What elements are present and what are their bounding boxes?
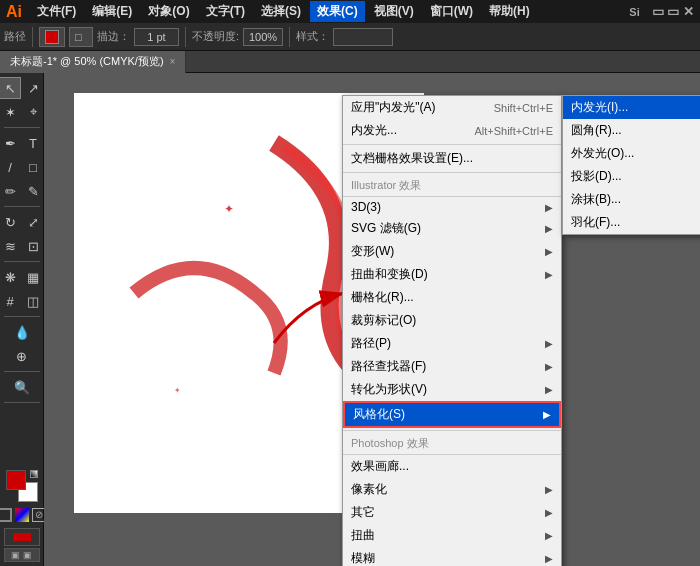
svg-text:✦: ✦	[174, 386, 181, 395]
tool-pair-magic: ✶ ⌖	[0, 101, 44, 123]
menu-scribble[interactable]: 涂抹(B)...	[563, 188, 700, 211]
menu-inner-glow-sub-label: 内发光(I)...	[571, 99, 628, 116]
menu-text[interactable]: 文字(T)	[199, 1, 252, 22]
app-logo: Ai	[6, 3, 22, 21]
menu-raster-settings[interactable]: 文档栅格效果设置(E)...	[343, 147, 561, 170]
tool-pair-select: ↖ ↗	[0, 77, 44, 99]
menu-warp[interactable]: 变形(W) ▶	[343, 240, 561, 263]
scale-tool[interactable]: ⤢	[22, 211, 44, 233]
blend-tool[interactable]: ⊕	[0, 345, 44, 367]
menu-round-corners[interactable]: 圆角(R)...	[563, 119, 700, 142]
tool-separator-6	[4, 402, 40, 403]
stroke-color-btn[interactable]	[39, 27, 65, 47]
menu-3d-arrow: ▶	[545, 202, 553, 213]
warp-tool[interactable]: ≋	[0, 235, 21, 257]
pen-tool[interactable]: ✒	[0, 132, 21, 154]
gradient-icon[interactable]	[15, 508, 29, 522]
menu-3d-label: 3D(3)	[351, 200, 381, 214]
direct-select-tool[interactable]: ↗	[22, 77, 44, 99]
gradient-tool[interactable]: ◫	[22, 290, 44, 312]
menu-pixelate-arrow: ▶	[545, 484, 553, 495]
rect-tool[interactable]: □	[22, 156, 44, 178]
toolbar-separator-1	[32, 27, 33, 47]
magic-wand-tool[interactable]: ✶	[0, 101, 21, 123]
toolbar-separator-3	[289, 27, 290, 47]
menu-feather[interactable]: 羽化(F)...	[563, 211, 700, 234]
stroke-type-btn[interactable]: □	[69, 27, 93, 47]
line-tool[interactable]: /	[0, 156, 21, 178]
menu-crop-marks[interactable]: 裁剪标记(O)	[343, 309, 561, 332]
menu-file[interactable]: 文件(F)	[30, 1, 83, 22]
select-tool[interactable]: ↖	[0, 77, 21, 99]
menu-inner-glow-sub[interactable]: 内发光(I)...	[563, 96, 700, 119]
zoom-tool[interactable]: 🔍	[0, 376, 44, 398]
mesh-tool[interactable]: #	[0, 290, 21, 312]
graph-tool[interactable]: ▦	[22, 266, 44, 288]
menu-pixelate[interactable]: 像素化 ▶	[343, 478, 561, 501]
tool-separator-5	[4, 371, 40, 372]
menu-outer-glow[interactable]: 外发光(O)...	[563, 142, 700, 165]
menu-path[interactable]: 路径(P) ▶	[343, 332, 561, 355]
menu-distort-transform-label: 扭曲和变换(D)	[351, 266, 428, 283]
rotate-tool[interactable]: ↻	[0, 211, 21, 233]
free-transform-tool[interactable]: ⊡	[22, 235, 44, 257]
default-colors-icon[interactable]	[30, 470, 38, 478]
stylize-submenu[interactable]: 内发光(I)... 圆角(R)... 外发光(O)... 投影(D)... 涂抹…	[562, 95, 700, 235]
menu-distort-transform[interactable]: 扭曲和变换(D) ▶	[343, 263, 561, 286]
menu-pathfinder-label: 路径查找器(F)	[351, 358, 426, 375]
menu-3d[interactable]: 3D(3) ▶	[343, 197, 561, 217]
menu-edit[interactable]: 编辑(E)	[85, 1, 139, 22]
menu-apply-inner-glow[interactable]: 应用"内发光"(A) Shift+Ctrl+E	[343, 96, 561, 119]
pencil-tool[interactable]: ✎	[22, 180, 44, 202]
menu-apply-inner-glow-shortcut: Shift+Ctrl+E	[494, 102, 553, 114]
none-fill-icon[interactable]	[0, 508, 12, 522]
symbol-tool[interactable]: ❋	[0, 266, 21, 288]
opacity-label: 不透明度:	[192, 29, 239, 44]
menu-drop-shadow[interactable]: 投影(D)...	[563, 165, 700, 188]
menu-stylize-illustrator-label: 风格化(S)	[353, 406, 405, 423]
foreground-color-box[interactable]	[6, 470, 26, 490]
menu-help[interactable]: 帮助(H)	[482, 1, 537, 22]
menu-svg-filter-label: SVG 滤镜(G)	[351, 220, 421, 237]
opacity-input[interactable]	[243, 28, 283, 46]
menu-svg-filter[interactable]: SVG 滤镜(G) ▶	[343, 217, 561, 240]
menu-select[interactable]: 选择(S)	[254, 1, 308, 22]
stroke-separator: 描边：	[97, 29, 130, 44]
tool-separator-2	[4, 206, 40, 207]
menu-feather-label: 羽化(F)...	[571, 214, 620, 231]
menu-distort-ps[interactable]: 扭曲 ▶	[343, 524, 561, 547]
menu-gallery[interactable]: 效果画廊...	[343, 455, 561, 478]
tab-close-btn[interactable]: ×	[170, 56, 176, 67]
menu-window[interactable]: 窗口(W)	[423, 1, 480, 22]
stroke-value-input[interactable]	[134, 28, 179, 46]
menu-rasterize[interactable]: 栅格化(R)...	[343, 286, 561, 309]
lasso-tool[interactable]: ⌖	[22, 101, 44, 123]
menu-blur-ps[interactable]: 模糊 ▶	[343, 547, 561, 566]
menu-distort-transform-arrow: ▶	[545, 269, 553, 280]
menu-other[interactable]: 其它 ▶	[343, 501, 561, 524]
toolbar-separator-2	[185, 27, 186, 47]
menu-path-arrow: ▶	[545, 338, 553, 349]
menu-inner-glow[interactable]: 内发光... Alt+Shift+Ctrl+E	[343, 119, 561, 142]
menu-rasterize-label: 栅格化(R)...	[351, 289, 414, 306]
effect-dropdown-menu[interactable]: 应用"内发光"(A) Shift+Ctrl+E 内发光... Alt+Shift…	[342, 95, 562, 566]
menu-effect[interactable]: 效果(C)	[310, 1, 365, 22]
menu-convert-shape[interactable]: 转化为形状(V) ▶	[343, 378, 561, 401]
menu-stylize-illustrator[interactable]: 风格化(S) ▶	[343, 401, 561, 428]
color-area: ⊘ ▣ ▣	[0, 470, 46, 562]
menu-object[interactable]: 对象(O)	[141, 1, 196, 22]
paintbrush-tool[interactable]: ✏	[0, 180, 21, 202]
tab-document[interactable]: 未标题-1* @ 50% (CMYK/预览) ×	[0, 51, 186, 73]
menu-gallery-label: 效果画廊...	[351, 458, 409, 475]
menu-svg-filter-arrow: ▶	[545, 223, 553, 234]
tool-pair-paint: ✏ ✎	[0, 180, 44, 202]
stroke-fill-square[interactable]	[4, 528, 40, 546]
menu-convert-shape-arrow: ▶	[545, 384, 553, 395]
menu-pathfinder[interactable]: 路径查找器(F) ▶	[343, 355, 561, 378]
eyedropper-tool[interactable]: 💧	[0, 321, 44, 343]
tool-separator-3	[4, 261, 40, 262]
type-tool[interactable]: T	[22, 132, 44, 154]
style-input[interactable]	[333, 28, 393, 46]
tab-label: 未标题-1* @ 50% (CMYK/预览)	[10, 54, 164, 69]
menu-view[interactable]: 视图(V)	[367, 1, 421, 22]
